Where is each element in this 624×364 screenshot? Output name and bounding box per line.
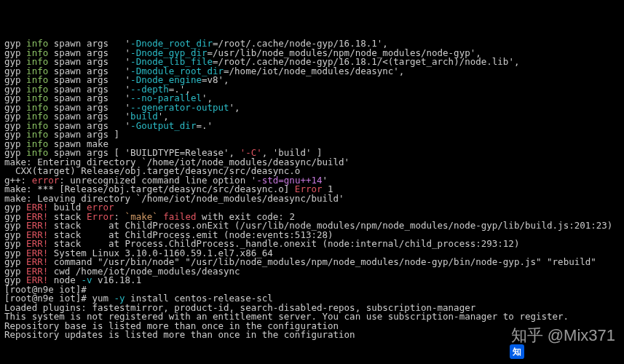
watermark-user: @Mix371 xyxy=(548,328,615,344)
terminal-line: gyp ERR! node -v v16.18.1 xyxy=(4,276,620,285)
terminal-output: gyp info spawn args '-Dnode_root_dir=/ro… xyxy=(4,39,620,340)
watermark-site: 知乎 xyxy=(511,328,543,344)
zhihu-icon: 知 xyxy=(492,328,507,343)
watermark: 知 知乎 @Mix371 xyxy=(492,328,615,344)
svg-text:知: 知 xyxy=(512,347,521,356)
